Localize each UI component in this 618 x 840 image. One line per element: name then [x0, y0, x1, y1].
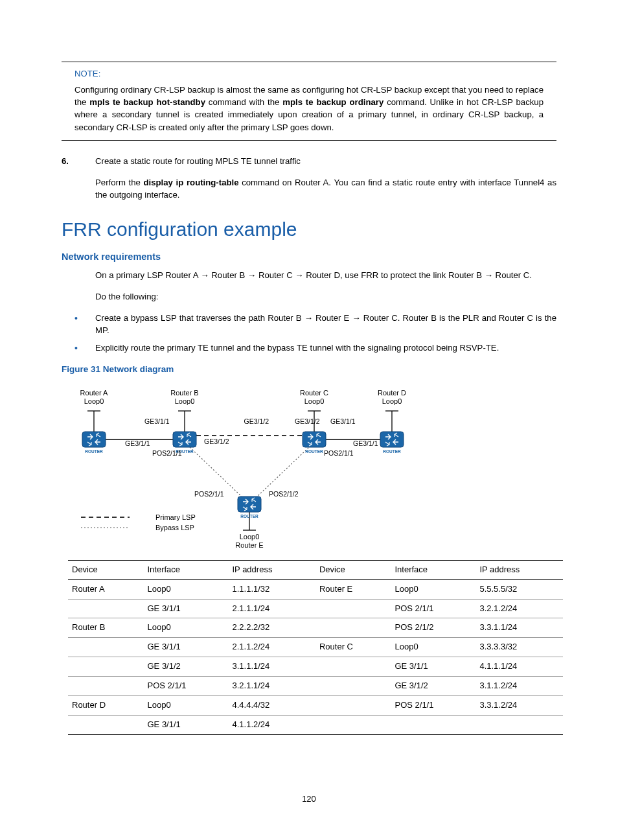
- step-text: Create a static route for routing MPLS T…: [95, 155, 556, 167]
- network-diagram: ROUTER: [68, 381, 556, 550]
- table-row: GE 3/1/12.1.1.2/24Router CLoop03.3.3.3/3…: [68, 638, 563, 657]
- if-d-ge311: GE3/1/1: [353, 439, 378, 447]
- router-b-loop: Loop0: [175, 397, 195, 405]
- legend-bypass: Bypass LSP: [155, 524, 194, 531]
- table-cell: 3.2.1.2/24: [475, 599, 563, 618]
- table-cell: [315, 715, 391, 734]
- table-cell: [391, 715, 475, 734]
- step-6-row: 6. Create a static route for routing MPL…: [62, 155, 556, 167]
- table-cell: Router D: [68, 695, 144, 715]
- table-row: Router ALoop01.1.1.1/32Router ELoop05.5.…: [68, 579, 563, 599]
- table-cell: Loop0: [391, 638, 475, 657]
- th-device: Device: [68, 560, 144, 579]
- table-cell: POS 2/1/1: [391, 599, 475, 618]
- table-cell: 4.1.1.1/24: [475, 657, 563, 677]
- step-number: 6.: [62, 155, 95, 167]
- figure-caption: Figure 31 Network diagram: [62, 363, 556, 376]
- if-b-pos211: POS2/1/1: [152, 449, 182, 457]
- table-cell: 3.2.1.1/24: [228, 676, 315, 695]
- th-device2: Device: [315, 560, 391, 579]
- router-d-loop: Loop0: [382, 397, 402, 405]
- table-cell: 3.1.1.2/24: [475, 676, 563, 695]
- note-label: NOTE:: [74, 67, 556, 80]
- th-interface2: Interface: [391, 560, 475, 579]
- list-item: Explicitly route the primary TE tunnel a…: [62, 342, 556, 354]
- table-header-row: Device Interface IP address Device Inter…: [68, 560, 563, 579]
- router-d-label: Router D: [378, 389, 406, 397]
- perform-paragraph: Perform the display ip routing-table com…: [95, 176, 556, 201]
- table-cell: POS 2/1/1: [391, 695, 475, 715]
- table-cell: 2.2.2.2/32: [228, 618, 315, 638]
- perform-text-1: Perform the: [95, 178, 144, 187]
- do-following-paragraph: Do the following:: [95, 290, 556, 303]
- if-e-pos211: POS2/1/1: [194, 490, 224, 498]
- table-cell: 3.3.1.1/24: [475, 618, 563, 638]
- table-cell: POS 2/1/1: [144, 676, 229, 695]
- table-cell: GE 3/1/1: [144, 599, 229, 618]
- note-box: NOTE: Configuring ordinary CR-LSP backup…: [62, 62, 556, 141]
- table-cell: Loop0: [144, 579, 229, 599]
- router-e-label: Router E: [235, 541, 263, 549]
- router-d-icon: [380, 432, 404, 454]
- table-cell: 1.1.1.1/32: [228, 579, 315, 599]
- if-b-ge312: GE3/1/2: [204, 438, 229, 445]
- table-cell: 3.1.1.1/24: [228, 657, 315, 677]
- if-c-ge311: GE3/1/1: [330, 417, 356, 425]
- table-cell: [68, 638, 144, 657]
- if-c-pos211: POS2/1/1: [324, 449, 354, 457]
- table-cell: 4.1.1.2/24: [228, 715, 315, 734]
- if-c-ge312: GE3/1/2: [295, 417, 320, 425]
- note-bold-2: mpls te backup ordinary: [282, 97, 383, 107]
- if-c-ge312-top: GE3/1/2: [244, 417, 269, 425]
- router-c-loop: Loop0: [304, 397, 325, 405]
- table-cell: GE 3/1/1: [391, 657, 475, 677]
- perform-bold: display ip routing-table: [144, 178, 239, 187]
- table-cell: 5.5.5.5/32: [475, 579, 563, 599]
- table-cell: [315, 599, 391, 618]
- table-row: GE 3/1/23.1.1.1/24GE 3/1/14.1.1.1/24: [68, 657, 563, 677]
- section-title: FRR configuration example: [62, 215, 556, 244]
- list-item: Create a bypass LSP that traverses the p…: [62, 312, 556, 336]
- table-cell: POS 2/1/2: [391, 618, 475, 638]
- table-row: GE 3/1/14.1.1.2/24: [68, 715, 563, 734]
- if-a-ge311: GE3/1/1: [125, 439, 150, 447]
- address-table: Device Interface IP address Device Inter…: [68, 560, 563, 735]
- table-cell: [315, 695, 391, 715]
- table-cell: 3.3.1.2/24: [475, 695, 563, 715]
- table-cell: [315, 657, 391, 677]
- table-cell: Router A: [68, 579, 144, 599]
- legend-primary: Primary LSP: [155, 513, 196, 521]
- document-page: NOTE: Configuring ordinary CR-LSP backup…: [0, 0, 618, 831]
- router-e-icon: [238, 496, 261, 519]
- table-row: POS 2/1/13.2.1.1/24GE 3/1/23.1.1.2/24: [68, 676, 563, 695]
- table-cell: 3.3.3.3/32: [475, 638, 563, 657]
- table-cell: GE 3/1/1: [144, 715, 229, 734]
- page-number: 120: [62, 793, 556, 806]
- bullet-list: Create a bypass LSP that traverses the p…: [62, 312, 556, 354]
- table-cell: [315, 676, 391, 695]
- router-c-label: Router C: [300, 389, 328, 397]
- table-cell: 4.4.4.4/32: [228, 695, 315, 715]
- table-row: Router BLoop02.2.2.2/32POS 2/1/23.3.1.1/…: [68, 618, 563, 638]
- th-interface: Interface: [144, 560, 229, 579]
- table-cell: [68, 715, 144, 734]
- router-a-label: Router A: [80, 389, 108, 397]
- table-cell: GE 3/1/2: [144, 657, 229, 677]
- table-cell: Loop0: [144, 695, 229, 715]
- router-e-loop: Loop0: [240, 533, 260, 541]
- note-body: Configuring ordinary CR-LSP backup is al…: [62, 84, 556, 134]
- table-cell: GE 3/1/2: [391, 676, 475, 695]
- table-cell: GE 3/1/1: [144, 638, 229, 657]
- table-cell: [475, 715, 563, 734]
- th-ip: IP address: [228, 560, 315, 579]
- table-cell: 2.1.1.2/24: [228, 638, 315, 657]
- requirements-paragraph: On a primary LSP Router A → Router B → R…: [95, 269, 556, 281]
- table-row: Router DLoop04.4.4.4/32POS 2/1/13.3.1.2/…: [68, 695, 563, 715]
- table-cell: [68, 657, 144, 677]
- table-row: GE 3/1/12.1.1.1/24POS 2/1/13.2.1.2/24: [68, 599, 563, 618]
- note-text-2: command with the: [205, 97, 282, 107]
- table-cell: Router E: [315, 579, 391, 599]
- router-a-icon: [82, 432, 106, 454]
- table-cell: 2.1.1.1/24: [228, 599, 315, 618]
- router-b-label: Router B: [170, 389, 198, 397]
